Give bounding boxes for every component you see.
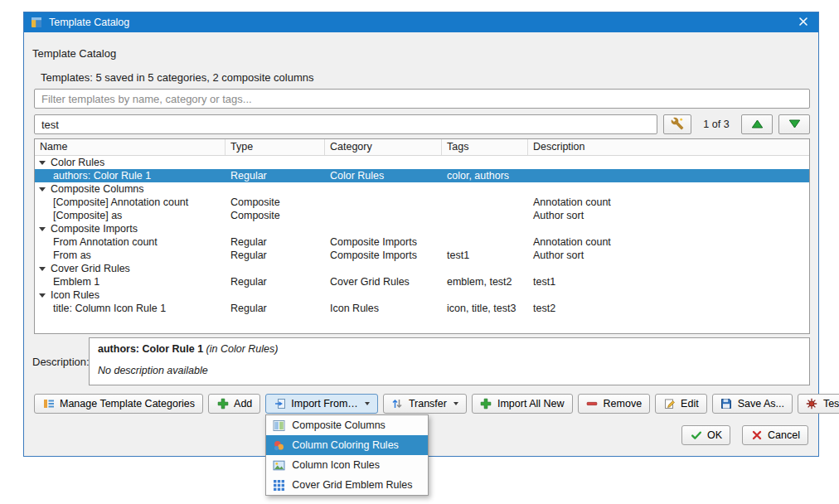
group-name: Color Rules [51,156,104,169]
composite-columns-icon [272,419,285,432]
description-cell: Annotation count [528,235,809,249]
tags-cell: color, authors [442,169,528,182]
button-label: Import All New [497,398,565,410]
search-match-count: 1 of 3 [697,119,735,130]
button-label: Save As... [738,398,784,410]
import-from-button[interactable]: Import From… [265,394,378,414]
template-row-authors-color-rule-1[interactable]: authors: Color Rule 1RegularColor Rulesc… [35,169,809,182]
group-cell: Icon Rules [35,288,809,302]
cancel-button[interactable]: Cancel [742,425,808,445]
expand-collapse-icon[interactable] [39,161,46,165]
group-row-color-rules[interactable]: Color Rules [35,156,809,169]
template-row-title-column-icon-rule-1[interactable]: title: Column Icon Rule 1RegularIcon Rul… [35,302,809,315]
description-cell: Author sort [528,209,809,222]
type-cell: Regular [226,275,325,288]
type-cell: Composite [226,209,325,222]
edit-button[interactable]: Edit [655,394,707,414]
close-button[interactable] [794,12,812,32]
description-category-context: (in Color Rules) [206,343,279,355]
menu-item-label: Composite Columns [292,419,386,431]
window-title: Template Catalog [49,17,129,28]
button-label: Edit [681,398,699,410]
button-label: Manage Template Categories [60,398,195,410]
type-cell: Regular [226,169,325,182]
titlebar: Template Catalog [24,12,818,32]
footer: OK Cancel [681,425,808,445]
add-icon [480,398,492,410]
coloring-rules-icon [272,439,285,452]
check-icon [690,429,702,442]
column-header-type[interactable]: Type [226,139,325,155]
save-as-button[interactable]: Save As... [712,394,793,414]
category-cell: Composite Imports [325,235,442,249]
icon-rules-icon [272,458,285,472]
description-box: authors: Color Rule 1 (in Color Rules) N… [89,337,810,385]
expand-collapse-icon[interactable] [39,227,46,231]
column-header-tags[interactable]: Tags [442,139,528,155]
app-icon [30,16,43,29]
ok-label: OK [707,429,722,441]
group-cell: Composite Columns [35,182,809,196]
tags-cell [442,196,528,209]
remove-button[interactable]: Remove [578,394,651,414]
toolbar: Manage Template CategoriesAddImport From… [34,394,810,414]
expand-collapse-icon[interactable] [39,267,46,271]
column-header-name[interactable]: Name [35,139,226,155]
expand-collapse-icon[interactable] [39,293,46,298]
search-options-button[interactable] [663,114,691,134]
edit-icon [663,398,676,410]
group-cell: Color Rules [35,156,809,169]
save-icon [720,398,733,410]
menu-item-label: Cover Grid Emblem Rules [292,479,412,491]
button-label: Import From… [291,398,358,410]
description-cell: Author sort [528,249,809,262]
description-cell: test2 [528,302,809,315]
group-row-icon-rules[interactable]: Icon Rules [35,288,809,302]
type-cell: Regular [226,302,325,315]
category-cell: Color Rules [325,169,442,182]
template-row-composite-annotation-count[interactable]: [Composite] Annotation countCompositeAnn… [35,196,809,209]
group-row-cover-grid-rules[interactable]: Cover Grid Rules [35,262,809,275]
description-text: No description available [98,365,801,376]
categories-icon [42,398,55,410]
test-button[interactable]: Test [798,394,839,414]
menu-item-column-coloring-rules[interactable]: Column Coloring Rules [266,435,428,455]
import-all-new-button[interactable]: Import All New [472,394,573,414]
menu-item-column-icon-rules[interactable]: Column Icon Rules [266,455,428,475]
group-cell: Cover Grid Rules [35,262,809,275]
next-match-button[interactable] [778,114,810,134]
dropdown-arrow-icon [453,402,458,405]
group-row-composite-columns[interactable]: Composite Columns [35,182,809,196]
dropdown-arrow-icon [365,402,370,405]
description-cell: Annotation count [528,196,809,209]
group-row-composite-imports[interactable]: Composite Imports [35,222,809,235]
add-button[interactable]: Add [208,394,260,414]
manage-template-categories-button[interactable]: Manage Template Categories [34,394,203,414]
transfer-icon [391,398,404,410]
menu-item-composite-columns[interactable]: Composite Columns [266,415,428,435]
emblem-rules-icon [272,478,285,492]
ok-button[interactable]: OK [681,425,730,445]
column-header-category[interactable]: Category [325,139,442,155]
template-row-emblem-1[interactable]: Emblem 1RegularCover Grid Rulesemblem, t… [35,275,809,288]
template-row-from-as[interactable]: From asRegularComposite Importstest1Auth… [35,249,809,262]
button-label: Test [823,398,839,410]
up-arrow-icon [751,119,764,131]
tags-cell: icon, title, test3 [442,302,528,315]
group-name: Composite Imports [51,222,138,235]
name-cell: Emblem 1 [35,275,226,288]
expand-collapse-icon[interactable] [39,187,46,191]
tags-cell [442,235,528,249]
category-cell: Composite Imports [325,249,442,262]
menu-item-cover-grid-emblem-rules[interactable]: Cover Grid Emblem Rules [266,475,428,495]
templates-summary: Templates: 5 saved in 5 categories, 2 co… [41,71,314,84]
transfer-button[interactable]: Transfer [383,394,467,414]
previous-match-button[interactable] [741,114,773,134]
add-icon [216,398,229,410]
filter-input[interactable] [34,89,810,109]
template-row-from-annotation-count[interactable]: From Annotation countRegularComposite Im… [35,235,809,249]
search-input[interactable] [34,114,657,134]
group-name: Cover Grid Rules [51,262,130,275]
column-header-description[interactable]: Description [528,139,809,155]
template-row-composite-as[interactable]: [Composite] asCompositeAuthor sort [35,209,809,222]
